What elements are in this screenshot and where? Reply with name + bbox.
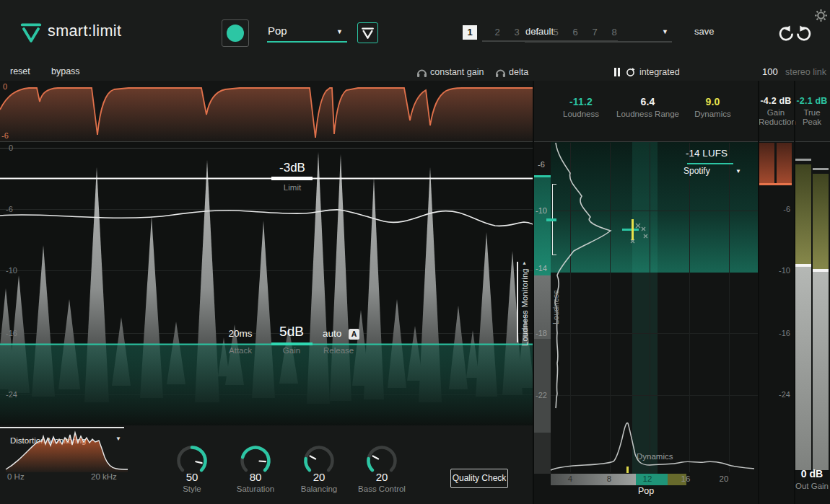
stat-true-peak: -2.1 dB True Peak bbox=[795, 96, 829, 127]
limit-value[interactable]: -3dB bbox=[256, 161, 328, 175]
style-knob-readout: 50Style bbox=[160, 471, 224, 493]
gr-meter-edge bbox=[759, 183, 792, 185]
reset-button[interactable]: reset bbox=[10, 66, 30, 76]
meter-scale-16: -16 bbox=[772, 329, 790, 337]
dynamics-curve-label: Dynamics bbox=[637, 452, 673, 461]
lp-scale-18: -18 bbox=[533, 329, 549, 337]
dyn-tick-12: 12 bbox=[640, 474, 655, 483]
genre-dropdown-underline bbox=[267, 41, 347, 43]
loudness-monitoring-label: Loudness Monitoring ▾ bbox=[520, 260, 529, 346]
delta-label: delta bbox=[509, 67, 528, 77]
target-underline bbox=[687, 163, 733, 164]
preset-slot-1[interactable]: 1 bbox=[463, 25, 477, 40]
gain-handle[interactable] bbox=[271, 342, 313, 345]
auto-release-badge[interactable]: A bbox=[349, 329, 359, 340]
headphones-icon bbox=[495, 67, 506, 78]
loop-icon bbox=[626, 68, 635, 77]
gain-value[interactable]: 5dB bbox=[268, 324, 315, 340]
main-scale-16: -16 bbox=[6, 329, 17, 337]
stat-loudness-range: 6.4 Loudness Range bbox=[613, 96, 682, 119]
limit-label: Limit bbox=[256, 183, 328, 192]
save-button[interactable]: save bbox=[694, 26, 714, 37]
preset-dropdown-value: default bbox=[525, 26, 554, 37]
peak-hold-left bbox=[795, 159, 811, 161]
sonible-glyph-icon bbox=[362, 27, 374, 39]
quality-check-button[interactable]: Quality Check bbox=[450, 469, 508, 488]
divider bbox=[533, 81, 534, 504]
smartlimit-window: smart:limit Pop ▼ 1 2 3 4 5 6 7 8 defaul… bbox=[0, 0, 830, 504]
crosshair-h bbox=[622, 229, 639, 231]
out-meter-right-top bbox=[813, 174, 829, 269]
out-meter-left-top bbox=[795, 164, 811, 264]
bypass-button[interactable]: bypass bbox=[51, 66, 80, 76]
gain-reduction-trace bbox=[0, 81, 533, 141]
chevron-down-icon: ▼ bbox=[336, 28, 343, 35]
preset-dropdown-underline bbox=[525, 41, 672, 43]
dynamics-value-tick bbox=[626, 467, 629, 473]
app-title: smart:limit bbox=[48, 22, 121, 40]
gain-label: Gain bbox=[268, 346, 315, 355]
freq-max-label: 20 kHz bbox=[91, 472, 117, 481]
chevron-down-icon: ▼ bbox=[662, 28, 668, 35]
meter-scale-10: -10 bbox=[772, 266, 790, 275]
stereo-link-value[interactable]: 100 bbox=[762, 66, 778, 77]
undo-icon[interactable] bbox=[777, 25, 795, 43]
pause-icon bbox=[618, 68, 620, 76]
platform-value: Spotify bbox=[683, 166, 710, 176]
dyn-tick-4: 4 bbox=[563, 474, 577, 483]
lp-scale-10: -10 bbox=[533, 206, 549, 215]
loudness-histogram-curve bbox=[555, 143, 611, 408]
chevron-down-icon: ▼ bbox=[735, 168, 741, 174]
preset-slot-3[interactable]: 3 bbox=[510, 25, 524, 40]
attack-label: Attack bbox=[219, 346, 262, 355]
preset-dropdown[interactable]: default ▼ bbox=[525, 24, 673, 43]
dynamics-curve bbox=[551, 423, 754, 470]
headphones-icon bbox=[416, 67, 427, 78]
ab-compare-button[interactable] bbox=[357, 22, 378, 43]
lp-scale-22: -22 bbox=[533, 391, 549, 399]
lp-scale-14: -14 bbox=[533, 264, 549, 273]
stat-loudness: -11.2 Loudness bbox=[549, 96, 613, 119]
gr-scale-0: 0 bbox=[3, 82, 7, 91]
smart-curve bbox=[0, 210, 533, 226]
redo-icon[interactable] bbox=[795, 25, 813, 43]
dyn-tick-20: 20 bbox=[717, 474, 731, 483]
record-icon bbox=[227, 25, 244, 42]
preset-slot-2[interactable]: 2 bbox=[490, 25, 504, 40]
main-scale-6: -6 bbox=[6, 205, 13, 213]
balancing-knob-readout: 20Balancing bbox=[287, 471, 351, 493]
integrated-label: integrated bbox=[639, 67, 680, 77]
out-meter-left-bar bbox=[795, 267, 811, 470]
gr-meter-left bbox=[759, 143, 774, 183]
bass-control-knob-readout: 20Bass Control bbox=[349, 471, 414, 493]
genre-dropdown[interactable]: Pop ▼ bbox=[267, 22, 348, 43]
genre-dropdown-value: Pop bbox=[268, 25, 287, 37]
release-value[interactable]: auto bbox=[323, 328, 341, 339]
out-gain-label: Out Gain bbox=[794, 482, 830, 490]
peak-hold-right bbox=[813, 168, 829, 170]
target-value: -14 LUFS bbox=[678, 148, 735, 159]
saturation-knob-readout: 80Saturation bbox=[223, 471, 288, 493]
dynamics-axis-bar[interactable]: 4 8 12 16 20 bbox=[551, 474, 758, 485]
lp-scale-6: -6 bbox=[533, 160, 549, 169]
loudness-axis-label: Loudness bbox=[551, 280, 560, 324]
limit-handle[interactable] bbox=[271, 177, 313, 180]
stat-gain-reduction: -4.2 dB Gain Reduction bbox=[759, 96, 793, 127]
loudness-monitoring-tab[interactable]: Loudness Monitoring ▾ bbox=[515, 260, 533, 346]
loudness-target-selector[interactable]: -14 LUFS Spotify ▼ bbox=[678, 148, 743, 177]
gr-scale-6: -6 bbox=[1, 131, 9, 140]
target-crosshair[interactable] bbox=[621, 219, 641, 242]
main-scale-10: -10 bbox=[6, 266, 17, 275]
dyn-tick-8: 8 bbox=[602, 474, 616, 483]
dyn-tick-16: 16 bbox=[678, 474, 693, 483]
main-scale-24: -24 bbox=[6, 390, 17, 399]
stereo-link-label: stereo link bbox=[785, 67, 826, 77]
sonible-logo-icon bbox=[20, 22, 42, 43]
stat-dynamics: 9.0 Dynamics bbox=[682, 96, 743, 119]
constant-gain-label: constant gain bbox=[430, 67, 484, 77]
gear-icon[interactable] bbox=[814, 9, 828, 22]
attack-value[interactable]: 20ms bbox=[219, 328, 262, 339]
genre-marker: Pop bbox=[628, 486, 664, 496]
out-gain-value[interactable]: 0 dB bbox=[794, 468, 830, 479]
record-button[interactable] bbox=[222, 19, 249, 47]
